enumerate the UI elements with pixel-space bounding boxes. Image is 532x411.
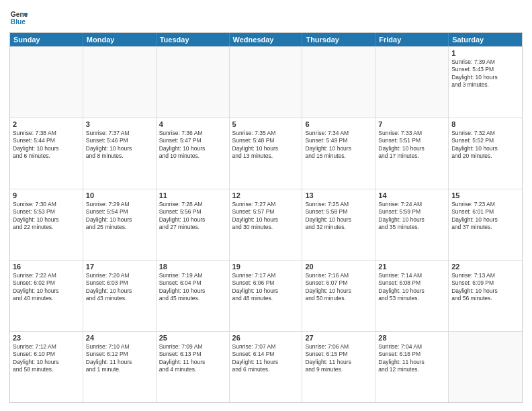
day-number: 19 xyxy=(232,263,300,271)
calendar-cell xyxy=(302,47,375,118)
day-info: Sunrise: 7:07 AM Sunset: 6:14 PM Dayligh… xyxy=(232,343,300,374)
day-number: 1 xyxy=(451,49,519,57)
day-number: 27 xyxy=(305,334,372,342)
calendar-cell: 2Sunrise: 7:38 AM Sunset: 5:44 PM Daylig… xyxy=(10,118,83,189)
day-number: 15 xyxy=(451,191,519,199)
calendar-cell: 9Sunrise: 7:30 AM Sunset: 5:53 PM Daylig… xyxy=(10,189,83,260)
calendar-cell: 20Sunrise: 7:16 AM Sunset: 6:07 PM Dayli… xyxy=(302,261,375,331)
day-info: Sunrise: 7:37 AM Sunset: 5:46 PM Dayligh… xyxy=(86,130,153,161)
calendar-cell: 1Sunrise: 7:39 AM Sunset: 5:43 PM Daylig… xyxy=(449,47,522,118)
day-info: Sunrise: 7:04 AM Sunset: 6:16 PM Dayligh… xyxy=(378,343,445,374)
calendar-row: 23Sunrise: 7:12 AM Sunset: 6:10 PM Dayli… xyxy=(10,331,522,402)
calendar-cell: 8Sunrise: 7:32 AM Sunset: 5:52 PM Daylig… xyxy=(449,118,522,189)
day-number: 20 xyxy=(305,263,372,271)
day-info: Sunrise: 7:35 AM Sunset: 5:48 PM Dayligh… xyxy=(232,130,300,161)
calendar-row: 9Sunrise: 7:30 AM Sunset: 5:53 PM Daylig… xyxy=(10,189,522,260)
calendar-cell: 6Sunrise: 7:34 AM Sunset: 5:49 PM Daylig… xyxy=(302,118,375,189)
day-info: Sunrise: 7:14 AM Sunset: 6:08 PM Dayligh… xyxy=(378,272,445,303)
weekday-label: Monday xyxy=(83,33,157,46)
svg-text:Blue: Blue xyxy=(11,18,26,26)
calendar-cell: 11Sunrise: 7:28 AM Sunset: 5:56 PM Dayli… xyxy=(157,189,230,260)
weekday-label: Sunday xyxy=(10,33,83,46)
day-info: Sunrise: 7:30 AM Sunset: 5:53 PM Dayligh… xyxy=(13,201,80,232)
day-number: 26 xyxy=(232,334,300,342)
day-info: Sunrise: 7:32 AM Sunset: 5:52 PM Dayligh… xyxy=(451,130,519,161)
calendar-cell: 5Sunrise: 7:35 AM Sunset: 5:48 PM Daylig… xyxy=(230,118,303,189)
day-info: Sunrise: 7:17 AM Sunset: 6:06 PM Dayligh… xyxy=(232,272,300,303)
calendar-cell: 22Sunrise: 7:13 AM Sunset: 6:09 PM Dayli… xyxy=(449,261,522,331)
calendar-cell: 18Sunrise: 7:19 AM Sunset: 6:04 PM Dayli… xyxy=(157,261,230,331)
day-number: 2 xyxy=(13,120,80,128)
calendar-cell: 25Sunrise: 7:09 AM Sunset: 6:13 PM Dayli… xyxy=(157,332,230,402)
calendar-cell: 26Sunrise: 7:07 AM Sunset: 6:14 PM Dayli… xyxy=(230,332,303,402)
day-info: Sunrise: 7:16 AM Sunset: 6:07 PM Dayligh… xyxy=(305,272,372,303)
calendar-cell: 28Sunrise: 7:04 AM Sunset: 6:16 PM Dayli… xyxy=(375,332,449,402)
calendar-cell: 21Sunrise: 7:14 AM Sunset: 6:08 PM Dayli… xyxy=(375,261,449,331)
day-number: 11 xyxy=(159,191,226,199)
day-number: 9 xyxy=(13,191,80,199)
weekday-label: Friday xyxy=(375,33,449,46)
calendar-row: 16Sunrise: 7:22 AM Sunset: 6:02 PM Dayli… xyxy=(10,260,522,331)
day-number: 12 xyxy=(232,191,300,199)
day-number: 22 xyxy=(451,263,519,271)
calendar-cell xyxy=(230,47,303,118)
day-number: 7 xyxy=(378,120,445,128)
day-number: 23 xyxy=(13,334,80,342)
calendar-cell xyxy=(157,47,230,118)
calendar-cell: 17Sunrise: 7:20 AM Sunset: 6:03 PM Dayli… xyxy=(83,261,157,331)
calendar-cell xyxy=(10,47,83,118)
day-info: Sunrise: 7:12 AM Sunset: 6:10 PM Dayligh… xyxy=(13,343,80,374)
day-info: Sunrise: 7:20 AM Sunset: 6:03 PM Dayligh… xyxy=(86,272,153,303)
day-info: Sunrise: 7:19 AM Sunset: 6:04 PM Dayligh… xyxy=(159,272,226,303)
calendar-row: 1Sunrise: 7:39 AM Sunset: 5:43 PM Daylig… xyxy=(10,46,522,118)
day-info: Sunrise: 7:06 AM Sunset: 6:15 PM Dayligh… xyxy=(305,343,372,374)
day-number: 13 xyxy=(305,191,372,199)
logo: General Blue xyxy=(9,8,28,27)
logo-icon: General Blue xyxy=(9,8,28,27)
day-info: Sunrise: 7:10 AM Sunset: 6:12 PM Dayligh… xyxy=(86,343,153,374)
day-info: Sunrise: 7:34 AM Sunset: 5:49 PM Dayligh… xyxy=(305,130,372,161)
day-info: Sunrise: 7:13 AM Sunset: 6:09 PM Dayligh… xyxy=(451,272,519,303)
calendar-cell xyxy=(83,47,157,118)
calendar-cell: 15Sunrise: 7:23 AM Sunset: 6:01 PM Dayli… xyxy=(449,189,522,260)
day-number: 6 xyxy=(305,120,372,128)
day-number: 16 xyxy=(13,263,80,271)
day-number: 10 xyxy=(86,191,153,199)
calendar-header: SundayMondayTuesdayWednesdayThursdayFrid… xyxy=(10,33,522,46)
calendar-cell: 7Sunrise: 7:33 AM Sunset: 5:51 PM Daylig… xyxy=(375,118,449,189)
header: General Blue xyxy=(9,8,523,27)
day-info: Sunrise: 7:23 AM Sunset: 6:01 PM Dayligh… xyxy=(451,201,519,232)
day-info: Sunrise: 7:33 AM Sunset: 5:51 PM Dayligh… xyxy=(378,130,445,161)
day-info: Sunrise: 7:36 AM Sunset: 5:47 PM Dayligh… xyxy=(159,130,226,161)
calendar-cell: 19Sunrise: 7:17 AM Sunset: 6:06 PM Dayli… xyxy=(230,261,303,331)
day-number: 17 xyxy=(86,263,153,271)
weekday-label: Wednesday xyxy=(230,33,303,46)
calendar-cell: 24Sunrise: 7:10 AM Sunset: 6:12 PM Dayli… xyxy=(83,332,157,402)
calendar-cell: 13Sunrise: 7:25 AM Sunset: 5:58 PM Dayli… xyxy=(302,189,375,260)
day-info: Sunrise: 7:38 AM Sunset: 5:44 PM Dayligh… xyxy=(13,130,80,161)
calendar-row: 2Sunrise: 7:38 AM Sunset: 5:44 PM Daylig… xyxy=(10,118,522,189)
day-info: Sunrise: 7:22 AM Sunset: 6:02 PM Dayligh… xyxy=(13,272,80,303)
calendar: SundayMondayTuesdayWednesdayThursdayFrid… xyxy=(9,32,523,403)
day-number: 14 xyxy=(378,191,445,199)
calendar-cell: 23Sunrise: 7:12 AM Sunset: 6:10 PM Dayli… xyxy=(10,332,83,402)
day-info: Sunrise: 7:27 AM Sunset: 5:57 PM Dayligh… xyxy=(232,201,300,232)
day-info: Sunrise: 7:25 AM Sunset: 5:58 PM Dayligh… xyxy=(305,201,372,232)
day-info: Sunrise: 7:29 AM Sunset: 5:54 PM Dayligh… xyxy=(86,201,153,232)
weekday-label: Tuesday xyxy=(157,33,230,46)
day-number: 21 xyxy=(378,263,445,271)
calendar-cell: 4Sunrise: 7:36 AM Sunset: 5:47 PM Daylig… xyxy=(157,118,230,189)
weekday-label: Thursday xyxy=(302,33,375,46)
calendar-cell: 16Sunrise: 7:22 AM Sunset: 6:02 PM Dayli… xyxy=(10,261,83,331)
day-number: 8 xyxy=(451,120,519,128)
day-info: Sunrise: 7:09 AM Sunset: 6:13 PM Dayligh… xyxy=(159,343,226,374)
day-number: 28 xyxy=(378,334,445,342)
calendar-cell: 14Sunrise: 7:24 AM Sunset: 5:59 PM Dayli… xyxy=(375,189,449,260)
calendar-body: 1Sunrise: 7:39 AM Sunset: 5:43 PM Daylig… xyxy=(10,46,522,402)
day-number: 3 xyxy=(86,120,153,128)
day-number: 24 xyxy=(86,334,153,342)
weekday-label: Saturday xyxy=(449,33,522,46)
calendar-cell xyxy=(375,47,449,118)
day-number: 25 xyxy=(159,334,226,342)
calendar-cell: 3Sunrise: 7:37 AM Sunset: 5:46 PM Daylig… xyxy=(83,118,157,189)
